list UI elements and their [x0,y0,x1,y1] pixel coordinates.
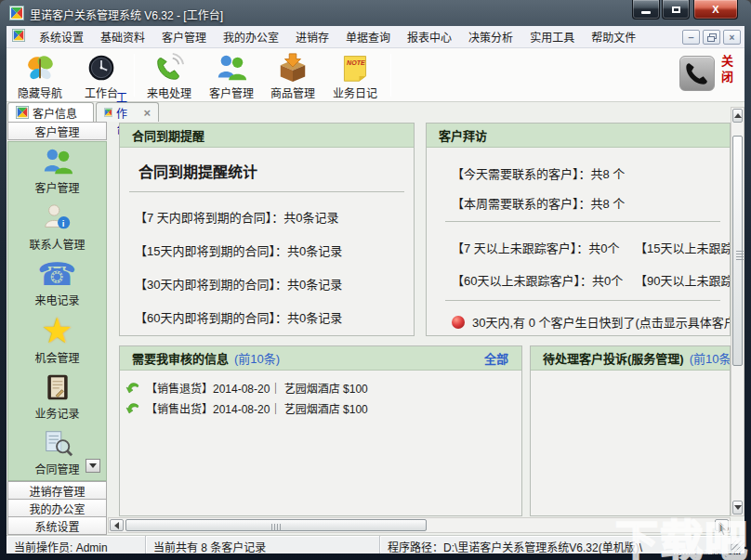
visit-row-90d: 【90天以上未跟踪客户】：共0个 [635,271,731,289]
complaint-hint: (前10条) [690,349,731,367]
birthday-ball-icon [452,316,465,329]
app-icon [9,6,24,23]
sidebar-item-contact-mgmt[interactable]: i 联系人管理 [8,199,106,255]
contract-row-7d: 【7 天内即将到期的合同】：共0条记录 [135,208,414,226]
contract-reminder-header: 合同到期提醒 [120,124,414,148]
arrow-left-icon [114,522,119,529]
tab-icon [16,106,29,119]
sidebar-header-customer-mgmt[interactable]: 客户管理 [7,122,107,140]
sidebar-item-opportunity-mgmt[interactable]: ★ 机会管理 [8,311,106,368]
audit-hint: (前10条) [234,349,280,367]
divider [445,300,720,301]
close-workbench-label[interactable]: 关闭 [718,55,735,86]
menu-doc-query[interactable]: 单据查询 [337,26,399,47]
status-bar: 当前操作员: Admin 当前共有 8 条客户记录 程序路径：D:\里诺客户关系… [7,535,744,553]
scroll-down-button[interactable] [732,501,743,514]
contact-info-icon: i [41,202,74,234]
scroll-up-button[interactable] [732,109,743,123]
tab-customer-info[interactable]: 客户信息 [7,102,94,122]
status-record-count: 当前共有 8 条客户记录 [146,536,380,553]
mdi-child-icon [12,29,25,45]
audit-item-shipment[interactable]: 【销售出货】2014-08-20｜ 艺园烟酒店 $100 [125,400,368,416]
contract-reminder-subtitle: 合同到期提醒统计 [138,160,414,182]
arrow-down-icon [734,505,742,510]
hide-nav-button[interactable]: 隐藏导航 [9,52,71,100]
incoming-call-button[interactable]: 来电处理 [138,52,200,100]
menu-inventory[interactable]: 进销存 [287,26,337,47]
menu-base-data[interactable]: 基础资料 [92,26,153,47]
sidebar-nav: 客户管理 i 联系人管理 ☎ 来电记录 ★ 机会管理 业务记录 合同管理 [7,141,107,481]
sidebar-item-customer-mgmt[interactable]: 客户管理 [8,142,106,199]
close-button[interactable]: X [693,0,738,20]
status-program-path: 程序路径：D:\里诺客户关系管理系统V6.32(单机版)\ [380,536,731,553]
tab-close-icon[interactable]: × [143,106,151,120]
audit-all-link[interactable]: 全部 [484,349,508,367]
maximize-button[interactable] [662,0,690,20]
menu-system-settings[interactable]: 系统设置 [31,26,92,47]
minimize-icon [641,11,651,14]
clock-icon [86,52,116,84]
thumb-grip [736,251,744,260]
app-window: 里诺客户关系管理系统 V6.32 - [工作台] X 系统设置 基础资料 客户管… [0,0,751,560]
tab-workbench[interactable]: 工作台 × [96,102,159,122]
maximize-icon [672,7,680,13]
butterfly-icon [24,52,56,84]
contract-reminder-panel: 合同到期提醒 合同到期提醒统计 【7 天内即将到期的合同】：共0条记录 【15天… [119,123,415,336]
horizontal-scrollbar[interactable] [108,517,731,533]
contract-dropdown-button[interactable] [86,459,100,473]
menu-customer-mgmt[interactable]: 客户管理 [153,26,215,47]
svg-text:i: i [61,217,64,228]
sidebar-item-contract-mgmt[interactable]: 合同管理 [8,423,106,480]
telephone-icon: ☎ [37,258,76,290]
handset-icon [683,59,711,87]
visit-row-60d: 【60天以上未跟踪客户】：共0个 [452,271,623,289]
sidebar-group-system-settings[interactable]: 系统设置 [7,516,107,535]
contract-search-icon [41,427,74,459]
sidebar-group-inventory[interactable]: 进销存管理 [7,481,107,500]
resize-grip[interactable] [731,540,744,553]
horizontal-scroll-thumb[interactable] [125,519,427,531]
menu-tools[interactable]: 实用工具 [521,26,583,47]
scroll-left-button[interactable] [110,519,124,531]
thumb-grip [271,524,281,531]
close-workbench-button[interactable] [679,56,715,91]
people-icon [41,146,74,177]
birthday-reminder-row[interactable]: 30天内,有 0 个客户生日快到了(点击显示具体客户) [452,313,731,331]
menu-bar: 系统设置 基础资料 客户管理 我的办公室 进销存 单据查询 报表中心 决策分析 … [7,26,744,48]
business-diary-button[interactable]: NOTE 业务日记 [324,52,386,100]
menu-report-center[interactable]: 报表中心 [399,26,460,47]
mdi-restore-button[interactable] [703,30,720,45]
menu-help[interactable]: 帮助文件 [583,26,644,47]
arrow-right-icon [719,522,724,529]
sidebar-group-my-office[interactable]: 我的办公室 [7,499,107,517]
vertical-scrollbar[interactable] [731,107,744,516]
chevron-down-icon [89,463,97,468]
sidebar-item-business-records[interactable]: 业务记录 [8,368,106,424]
audit-item-return[interactable]: 【销售退货】2014-08-20｜ 艺园烟酒店 $100 [125,380,368,396]
customer-mgmt-button[interactable]: 客户管理 [201,52,262,100]
vertical-scroll-thumb[interactable] [732,136,743,366]
menu-my-office[interactable]: 我的办公室 [215,26,287,47]
sidebar-item-call-records[interactable]: ☎ 来电记录 [8,254,106,311]
complaint-panel: 待处理客户投诉(服务管理) (前10条) [530,345,731,516]
contract-row-30d: 【30天内即将到期的合同】：共0条记录 [135,275,414,293]
toolbar-separator [390,54,391,97]
contract-row-60d: 【60天内即将到期的合同】：共0条记录 [135,308,414,326]
mdi-close-button[interactable]: × [723,30,741,45]
minimize-button[interactable] [632,0,660,20]
customer-visit-header: 客户拜访 [427,124,730,148]
green-phone-icon [153,52,185,84]
scroll-right-button[interactable] [715,519,729,531]
visit-row-week: 【本周需要联系的客户】：共8 个 [452,194,625,212]
note-icon: NOTE [340,52,370,84]
close-icon: X [712,4,718,15]
visit-row-15d: 【15天以上未跟踪客户】：共0个 [635,239,731,256]
green-arrow-icon [125,381,140,396]
arrow-up-icon [734,113,742,118]
visit-row-today: 【今天需要联系的客户】：共8 个 [452,164,625,182]
divider [445,221,720,222]
menu-decision-analysis[interactable]: 决策分析 [460,26,521,47]
mdi-minimize-button[interactable]: ‒ [682,30,700,45]
product-mgmt-button[interactable]: 商品管理 [262,52,323,100]
journal-icon [43,371,72,403]
